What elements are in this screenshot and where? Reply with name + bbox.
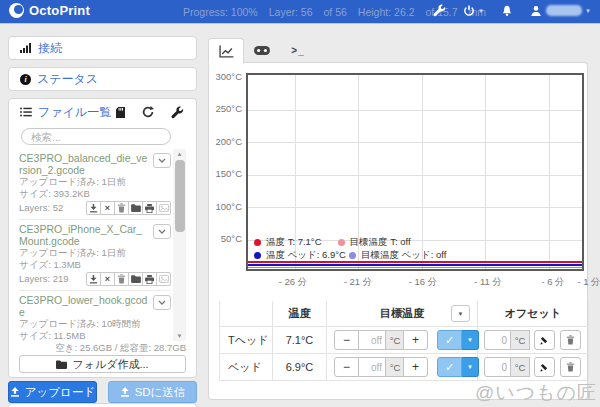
files-title-row[interactable]: ファイル一覧 [20, 104, 111, 121]
user-icon [530, 5, 542, 17]
tool-target-cell: − °C + ✓ ▼ [327, 327, 478, 354]
scroll-up-icon[interactable]: ▲ [173, 149, 186, 159]
file-dropdown-button[interactable] [153, 153, 171, 168]
file-print-button[interactable] [142, 201, 157, 215]
file-print-button[interactable] [142, 272, 157, 286]
sd-card-icon[interactable] [116, 107, 125, 118]
file-layers: Layers: 219 [19, 273, 69, 285]
bed-target-set-button[interactable]: ✓ [437, 357, 462, 377]
target-header-dropdown-button[interactable]: ▼ [451, 305, 470, 322]
tab-temperature[interactable] [208, 38, 244, 64]
file-uploaded: アップロード済み: 10時間前 [19, 318, 171, 330]
col-header-target: 目標温度 ▼ [327, 301, 478, 327]
bed-target-plus-button[interactable]: + [403, 357, 428, 377]
tool-offset-input[interactable] [484, 330, 511, 350]
file-delete-trash-button[interactable] [114, 201, 129, 215]
scrollbar-thumb[interactable] [175, 160, 185, 232]
file-load-folder-button[interactable] [128, 201, 143, 215]
file-uploaded: アップロード済み: 1日前 [19, 247, 171, 259]
notifications-bell-icon[interactable] [501, 5, 513, 17]
temperature-plot: 温度 T: 7.1°C 目標温度 T: off 温度 ベッド: 6.9°C 目標… [246, 73, 584, 271]
files-settings-wrench-icon[interactable] [171, 106, 184, 119]
tool-offset-cell: °C [478, 327, 589, 354]
settings-wrench-icon[interactable] [433, 4, 446, 17]
file-size: サイズ: 1.3MB [19, 259, 171, 271]
sidebar-panel-status[interactable]: i ステータス [8, 67, 197, 91]
file-size: サイズ: 11.5MB [19, 330, 171, 341]
bed-temp-line [248, 264, 582, 266]
file-load-folder-button[interactable] [128, 272, 143, 286]
brand[interactable]: OctoPrint [9, 3, 90, 18]
folder-icon [56, 360, 67, 369]
bed-offset-delete-button[interactable] [560, 357, 581, 377]
file-search-input[interactable] [21, 128, 171, 145]
username-redacted [546, 5, 582, 16]
bed-target-set-dropdown-button[interactable]: ▼ [462, 357, 479, 377]
file-download-button[interactable] [86, 201, 101, 215]
legend-dot-bed-target [349, 252, 356, 259]
power-icon [463, 5, 475, 17]
file-dropdown-button[interactable] [153, 295, 171, 310]
upload-icon [10, 387, 20, 397]
x-axis-tick: - 16 分 [409, 276, 438, 289]
file-list-scrollbar[interactable]: ▲ ▼ [173, 149, 186, 341]
tool-offset-delete-button[interactable] [560, 330, 581, 350]
user-menu[interactable]: ▼ [530, 5, 591, 17]
scroll-down-icon[interactable]: ▼ [173, 331, 186, 341]
upload-to-sd-button[interactable]: SDに送信 [108, 381, 197, 403]
refresh-icon[interactable] [142, 106, 154, 118]
gamepad-icon [254, 46, 270, 55]
tool-target-minus-button[interactable]: − [334, 330, 359, 350]
y-axis-tick: 200°C [209, 136, 242, 147]
connection-title: 接続 [38, 40, 62, 57]
x-axis-tick: - 21 分 [344, 276, 373, 289]
tool-target-set-dropdown-button[interactable]: ▼ [462, 330, 479, 350]
state-progress: Progress: 100% [183, 6, 258, 18]
file-dropdown-button[interactable] [153, 224, 171, 239]
sidebar-panel-connection[interactable]: 接続 [8, 36, 197, 60]
signal-icon [20, 43, 32, 53]
main-tabs: >_ [208, 38, 316, 63]
tool-target-set-button[interactable]: ✓ [437, 330, 462, 350]
temperature-chart-icon [219, 45, 234, 58]
bed-offset-cell: °C [478, 354, 589, 381]
file-cancel-button[interactable]: × [100, 201, 115, 215]
tab-terminal[interactable]: >_ [280, 38, 316, 63]
file-delete-trash-button[interactable] [114, 272, 129, 286]
bed-offset-input[interactable] [484, 357, 511, 377]
upload-button[interactable]: アップロード [8, 381, 97, 403]
tab-control[interactable] [244, 38, 280, 63]
x-axis-tick: - 26 分 [279, 276, 308, 289]
file-name-link[interactable]: CE3PRO_iPhone_X_Car_Mount.gcode [19, 223, 171, 247]
tool-target-plus-button[interactable]: + [403, 330, 428, 350]
file-name-link[interactable]: CE3PRO_lower_hook.gcode [19, 294, 171, 318]
tool-target-input[interactable] [359, 330, 386, 350]
file-layers: Layers: 52 [19, 202, 63, 214]
file-name-link[interactable]: CE3PRO_balanced_die_version_2.gcode [19, 152, 171, 176]
pencil-icon [540, 362, 550, 372]
tool-offset-unit: °C [511, 330, 530, 350]
bed-target-minus-button[interactable]: − [334, 357, 359, 377]
file-cancel-button[interactable]: × [100, 272, 115, 286]
file-image-button[interactable] [156, 201, 171, 215]
sidebar-panel-partial [8, 403, 197, 407]
file-uploaded: アップロード済み: 1日前 [19, 176, 171, 188]
bed-target-line [248, 267, 582, 268]
brand-name: OctoPrint [29, 3, 90, 18]
bed-offset-edit-button[interactable] [534, 357, 555, 377]
bed-actual-temp: 6.9°C [273, 354, 327, 381]
col-header-actual: 温度 [273, 301, 327, 327]
power-menu[interactable]: ▼ [463, 5, 484, 17]
file-download-button[interactable] [86, 272, 101, 286]
legend-tool-target: 目標温度 T: off [350, 236, 411, 249]
create-folder-button[interactable]: フォルダ作成... [19, 355, 186, 373]
file-item: CE3PRO_balanced_die_version_2.gcode アップロ… [19, 149, 171, 220]
tool-offset-edit-button[interactable] [534, 330, 555, 350]
legend-tool-actual: 温度 T: 7.1°C [266, 236, 322, 249]
file-image-button[interactable] [156, 272, 171, 286]
watermark: @いつもの匠 [475, 380, 597, 406]
info-icon: i [20, 74, 31, 85]
chart-legend: 温度 T: 7.1°C 目標温度 T: off 温度 ベッド: 6.9°C 目標… [254, 236, 446, 262]
legend-dot-tool-actual [254, 239, 261, 246]
bed-target-input[interactable] [359, 357, 386, 377]
